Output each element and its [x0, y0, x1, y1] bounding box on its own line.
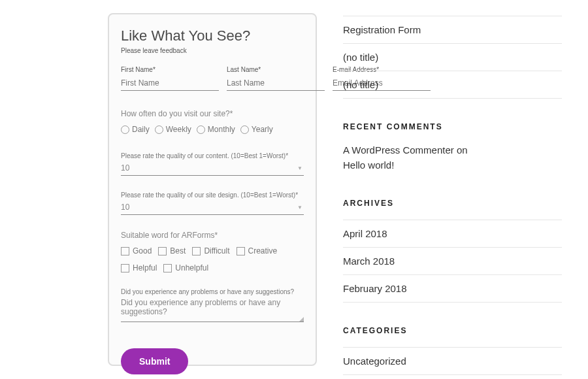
first-name-label: First Name*	[121, 66, 219, 73]
visit-frequency-options: Daily Weekly Monthly Yearly	[121, 125, 304, 134]
post-link-no-title-2[interactable]: (no title)	[343, 71, 562, 99]
name-email-row: First Name* Last Name* E-mail Address*	[121, 66, 304, 91]
categories-list: Uncategorized	[343, 347, 562, 375]
post-link-registration-form[interactable]: Registration Form	[343, 16, 562, 43]
radio-monthly[interactable]: Monthly	[197, 125, 235, 134]
rate-content-group: Please rate the quality of our content. …	[121, 152, 304, 176]
suitable-words-label: Suitable word for ARForms*	[121, 231, 304, 240]
radio-weekly[interactable]: Weekly	[155, 125, 191, 134]
checkbox-helpful[interactable]: Helpful	[121, 263, 157, 272]
checkbox-good[interactable]: Good	[121, 246, 152, 255]
checkbox-label: Best	[170, 246, 186, 255]
archives-heading: ARCHIVES	[343, 199, 562, 208]
radio-icon	[121, 125, 129, 134]
checkbox-icon	[163, 264, 172, 272]
form-title: Like What You See?	[121, 27, 304, 44]
radio-yearly[interactable]: Yearly	[240, 125, 273, 134]
checkbox-label: Unhelpful	[175, 263, 208, 272]
rate-design-select[interactable]: 10 ▼	[121, 201, 304, 215]
rate-design-group: Please rate the quality of our site desi…	[121, 191, 304, 215]
checkbox-label: Difficult	[204, 246, 229, 255]
select-value: 10	[121, 163, 129, 173]
category-uncategorized[interactable]: Uncategorized	[343, 347, 562, 375]
checkbox-icon	[121, 264, 129, 272]
rate-content-label: Please rate the quality of our content. …	[121, 152, 304, 159]
radio-label: Yearly	[252, 125, 273, 134]
categories-heading: CATEGORIES	[343, 326, 562, 335]
recent-comments-heading: RECENT COMMENTS	[343, 122, 562, 131]
comment-post-link[interactable]: Hello world!	[343, 159, 394, 171]
recent-comment: A WordPress Commenter on Hello world!	[343, 143, 562, 173]
radio-icon	[240, 125, 249, 134]
radio-label: Monthly	[208, 125, 235, 134]
form-subtitle: Please leave feedback	[121, 47, 304, 54]
archive-february-2018[interactable]: February 2018	[343, 274, 562, 303]
archive-march-2018[interactable]: March 2018	[343, 247, 562, 274]
select-value: 10	[121, 203, 129, 212]
radio-label: Weekly	[166, 125, 191, 134]
checkbox-row-1: Good Best Difficult Creative	[121, 246, 304, 255]
chevron-down-icon: ▼	[297, 165, 302, 171]
post-link-no-title-1[interactable]: (no title)	[343, 43, 562, 71]
submit-button[interactable]: Submit	[121, 348, 188, 374]
visit-frequency-label: How often do you visit our site?*	[121, 109, 304, 118]
checkbox-difficult[interactable]: Difficult	[192, 246, 229, 255]
checkbox-label: Helpful	[133, 263, 157, 272]
feedback-textarea[interactable]: Did you experience any problems or have …	[121, 298, 304, 322]
radio-daily[interactable]: Daily	[121, 125, 150, 134]
suitable-words-group: Suitable word for ARForms* Good Best Dif…	[121, 231, 304, 272]
first-name-field: First Name*	[121, 66, 219, 91]
radio-icon	[197, 125, 205, 134]
sidebar: Registration Form (no title) (no title) …	[343, 13, 562, 366]
textarea-placeholder: Did you experience any problems or have …	[121, 298, 304, 320]
last-name-field: Last Name*	[227, 66, 325, 91]
checkbox-creative[interactable]: Creative	[237, 246, 278, 255]
radio-icon	[155, 125, 163, 134]
checkbox-icon	[158, 247, 167, 255]
rate-design-label: Please rate the quality of our site desi…	[121, 191, 304, 199]
chevron-down-icon: ▼	[297, 205, 302, 210]
checkbox-row-2: Helpful Unhelpful	[121, 263, 304, 272]
feedback-textarea-label: Did you experience any problems or have …	[121, 288, 304, 295]
radio-label: Daily	[132, 125, 150, 134]
last-name-input[interactable]	[227, 77, 325, 91]
last-name-label: Last Name*	[227, 66, 325, 73]
checkbox-icon	[237, 247, 245, 255]
rate-content-select[interactable]: 10 ▼	[121, 162, 304, 176]
checkbox-icon	[192, 247, 201, 255]
first-name-input[interactable]	[121, 77, 219, 91]
feedback-form-panel: Like What You See? Please leave feedback…	[108, 13, 317, 366]
archive-april-2018[interactable]: April 2018	[343, 220, 562, 247]
checkbox-label: Good	[133, 246, 152, 255]
comment-on-text: on	[454, 144, 468, 156]
checkbox-icon	[121, 247, 129, 255]
archives-list: April 2018 March 2018 February 2018	[343, 220, 562, 303]
feedback-textarea-group: Did you experience any problems or have …	[121, 288, 304, 322]
checkbox-unhelpful[interactable]: Unhelpful	[163, 263, 208, 272]
checkbox-best[interactable]: Best	[158, 246, 186, 255]
comment-author-link[interactable]: A WordPress Commenter	[343, 144, 454, 156]
recent-posts-list: Registration Form (no title) (no title)	[343, 16, 562, 99]
checkbox-label: Creative	[248, 246, 278, 255]
